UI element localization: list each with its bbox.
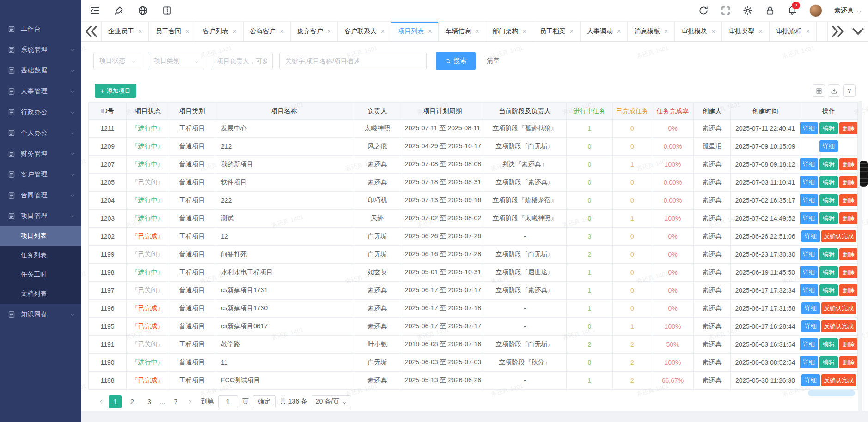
tabs-menu-button[interactable] <box>848 22 868 41</box>
tab-客户列表[interactable]: 客户列表× <box>196 22 243 41</box>
delete-button[interactable]: 删除 <box>839 176 858 188</box>
detail-button[interactable]: 详细 <box>801 302 820 314</box>
edit-button[interactable]: 编辑 <box>819 248 838 260</box>
unconfirm-button[interactable]: 反确认完成 <box>821 320 856 332</box>
goto-page-input[interactable] <box>218 395 238 408</box>
delete-button[interactable]: 删除 <box>839 284 858 296</box>
keyword-input[interactable] <box>279 52 427 70</box>
delete-button[interactable]: 删除 <box>839 338 858 350</box>
edit-button[interactable]: 编辑 <box>819 176 838 188</box>
sidebar-item-knowledge[interactable]: 知识网盘 <box>0 304 81 325</box>
project-category-select[interactable]: 项目类别 <box>148 52 204 70</box>
delete-button[interactable]: 删除 <box>839 248 858 260</box>
settings-gear-icon[interactable] <box>743 6 753 16</box>
vertical-scrollbar-track[interactable] <box>858 101 862 422</box>
edit-button[interactable]: 编辑 <box>819 122 838 134</box>
search-button[interactable]: 搜索 <box>436 52 476 70</box>
sidebar-item-system[interactable]: 系统管理 <box>0 39 81 60</box>
close-icon[interactable]: × <box>664 28 668 35</box>
page-number-1[interactable]: 1 <box>109 395 122 408</box>
unconfirm-button[interactable]: 反确认完成 <box>821 302 856 314</box>
help-button[interactable]: ? <box>843 84 856 97</box>
detail-button[interactable]: 详细 <box>800 248 819 260</box>
detail-button[interactable]: 详细 <box>800 158 819 170</box>
close-icon[interactable]: × <box>428 28 432 35</box>
detail-button[interactable]: 详细 <box>800 194 819 206</box>
edit-button[interactable]: 编辑 <box>819 158 838 170</box>
unconfirm-button[interactable]: 反确认完成 <box>821 230 856 242</box>
close-icon[interactable]: × <box>570 28 574 35</box>
goto-confirm-button[interactable]: 确定 <box>253 395 276 408</box>
detail-button[interactable]: 详细 <box>800 284 819 296</box>
theme-brush-icon[interactable] <box>114 6 124 16</box>
tab-员工合同[interactable]: 员工合同× <box>149 22 196 41</box>
sidebar-item-project[interactable]: 项目管理 <box>0 205 81 226</box>
tab-消息模板[interactable]: 消息模板× <box>628 22 675 41</box>
tab-废弃客户[interactable]: 废弃客户× <box>291 22 338 41</box>
edit-button[interactable]: 编辑 <box>819 266 838 278</box>
avatar[interactable] <box>809 4 822 17</box>
tab-审批流程[interactable]: 审批流程× <box>770 22 817 41</box>
detail-button[interactable]: 详细 <box>800 356 819 368</box>
column-grid-button[interactable] <box>813 84 825 97</box>
layout-panel-icon[interactable] <box>162 6 172 16</box>
tab-车辆信息[interactable]: 车辆信息× <box>439 22 486 41</box>
tab-人事调动[interactable]: 人事调动× <box>581 22 628 41</box>
delete-button[interactable]: 删除 <box>839 212 858 224</box>
page-number-2[interactable]: 2 <box>126 395 139 408</box>
tabs-scroll-right-button[interactable] <box>827 22 848 41</box>
close-icon[interactable]: × <box>617 28 621 35</box>
close-icon[interactable]: × <box>711 28 715 35</box>
tab-员工档案[interactable]: 员工档案× <box>533 22 581 41</box>
sidebar-item-task-hours[interactable]: 任务工时 <box>0 265 81 284</box>
language-globe-icon[interactable] <box>138 6 148 16</box>
close-icon[interactable]: × <box>381 28 385 35</box>
tab-公海客户[interactable]: 公海客户× <box>244 22 291 41</box>
sidebar-item-contract[interactable]: 合同管理 <box>0 185 81 205</box>
detail-button[interactable]: 详细 <box>819 140 838 152</box>
tabs-scroll-left-button[interactable] <box>81 22 102 41</box>
tab-企业员工[interactable]: 企业员工× <box>102 22 149 41</box>
tab-项目列表[interactable]: 项目列表× <box>391 22 439 41</box>
detail-button[interactable]: 详细 <box>800 122 819 134</box>
user-menu[interactable]: 素还真 <box>834 6 862 15</box>
close-icon[interactable]: × <box>806 28 810 35</box>
edit-button[interactable]: 编辑 <box>819 338 838 350</box>
horizontal-scrollbar-thumb[interactable] <box>808 390 855 396</box>
page-number-3[interactable]: 3 <box>143 395 156 408</box>
sidebar-item-customer[interactable]: 客户管理 <box>0 164 81 185</box>
edit-button[interactable]: 编辑 <box>819 212 838 224</box>
collapse-menu-icon[interactable] <box>90 6 100 16</box>
page-size-select[interactable]: 20 条/页 <box>312 395 351 408</box>
sidebar-item-admin-office[interactable]: 行政办公 <box>0 102 81 122</box>
unconfirm-button[interactable]: 反确认完成 <box>821 374 856 386</box>
close-icon[interactable]: × <box>232 28 236 35</box>
delete-button[interactable]: 删除 <box>839 158 858 170</box>
close-icon[interactable]: × <box>523 28 526 35</box>
tab-客户联系人[interactable]: 客户联系人× <box>338 22 391 41</box>
close-icon[interactable]: × <box>327 28 331 35</box>
close-icon[interactable]: × <box>280 28 284 35</box>
export-button[interactable] <box>828 84 840 97</box>
detail-button[interactable]: 详细 <box>801 230 820 242</box>
next-page-button[interactable] <box>187 398 193 405</box>
close-icon[interactable]: × <box>758 28 762 35</box>
close-icon[interactable]: × <box>138 28 142 35</box>
prev-page-button[interactable] <box>98 398 104 405</box>
detail-button[interactable]: 详细 <box>800 212 819 224</box>
fullscreen-icon[interactable] <box>721 6 731 16</box>
detail-button[interactable]: 详细 <box>801 374 820 386</box>
refresh-icon[interactable] <box>698 6 709 16</box>
sidebar-item-workbench[interactable]: 工作台 <box>0 18 81 39</box>
project-owner-input[interactable] <box>211 52 273 70</box>
delete-button[interactable]: 删除 <box>839 356 858 368</box>
sidebar-item-doc-list[interactable]: 文档列表 <box>0 284 81 304</box>
tab-审批模块[interactable]: 审批模块× <box>675 22 722 41</box>
detail-button[interactable]: 详细 <box>801 320 820 332</box>
delete-button[interactable]: 删除 <box>839 122 858 134</box>
sidebar-item-hr[interactable]: 人事管理 <box>0 81 81 102</box>
lock-icon[interactable] <box>765 6 775 16</box>
edit-button[interactable]: 编辑 <box>819 194 838 206</box>
close-icon[interactable]: × <box>475 28 479 35</box>
close-icon[interactable]: × <box>185 28 189 35</box>
